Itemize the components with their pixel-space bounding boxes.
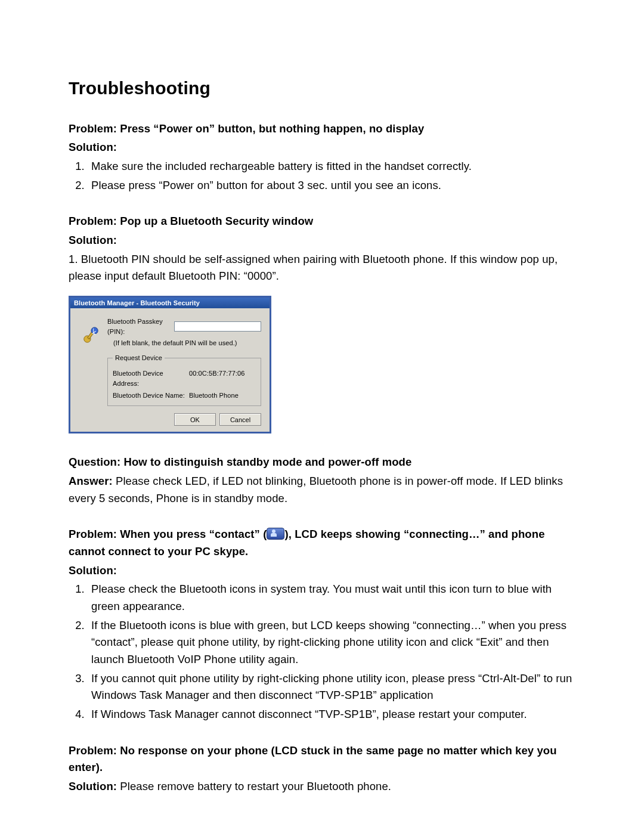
label-question: Question:: [69, 456, 120, 468]
label-problem: Problem:: [69, 528, 117, 540]
request-device-group: Request Device Bluetooth Device Address:…: [107, 353, 261, 406]
label-problem: Problem:: [69, 744, 117, 757]
solution-body: 1. Bluetooth PIN should be self-assigned…: [69, 251, 575, 285]
pin-hint: (If left blank, the default PIN will be …: [107, 338, 261, 348]
addr-value: 00:0C:5B:77:77:06: [189, 368, 244, 389]
problem-text: Pop up a Bluetooth Security window: [117, 215, 313, 227]
document-page: Troubleshooting Problem: Press “Power on…: [0, 0, 644, 833]
solution-list: Make sure the included rechargeable batt…: [69, 158, 575, 194]
answer-text: Please check LED, if LED not blinking, B…: [69, 475, 563, 504]
problem-text: Press “Power on” button, but nothing hap…: [117, 122, 424, 135]
pin-input[interactable]: [174, 321, 261, 332]
problem-power-on: Problem: Press “Power on” button, but no…: [69, 120, 575, 194]
addr-label: Bluetooth Device Address:: [113, 368, 189, 389]
list-item: Please check the Bluetooth icons in syst…: [88, 581, 575, 615]
contact-icon: [267, 528, 284, 540]
list-item: Make sure the included rechargeable batt…: [88, 158, 575, 175]
list-item: Please press “Power on” button for about…: [88, 177, 575, 194]
bluetooth-key-icon: [81, 326, 100, 345]
problem-text: No response on your phone (LCD stuck in …: [69, 744, 557, 774]
pin-label: Bluetooth Passkey (PIN):: [107, 317, 174, 337]
list-item: If the Bluetooth icons is blue with gree…: [88, 617, 575, 668]
name-label: Bluetooth Device Name:: [113, 391, 189, 401]
solution-text: Please remove battery to restart your Bl…: [117, 780, 391, 792]
list-item: If you cannot quit phone utility by righ…: [88, 670, 575, 704]
label-solution: Solution:: [69, 232, 575, 249]
label-answer: Answer:: [69, 475, 113, 487]
label-solution: Solution:: [69, 562, 575, 580]
name-value: Bluetooth Phone: [189, 391, 239, 401]
svg-point-2: [91, 327, 98, 334]
dialog-titlebar: Bluetooth Manager - Bluetooth Security: [70, 298, 270, 308]
label-problem: Problem:: [69, 215, 117, 227]
question-standby-vs-off: Question: How to distinguish standby mod…: [69, 454, 575, 507]
list-item: If Windows Task Manager cannot disconnec…: [88, 706, 575, 723]
problem-no-response: Problem: No response on your phone (LCD …: [69, 742, 575, 795]
problem-text-pre: When you press “contact” (: [117, 528, 267, 540]
ok-button[interactable]: OK: [174, 413, 216, 426]
label-problem: Problem:: [69, 122, 117, 135]
page-title: Troubleshooting: [69, 75, 575, 103]
problem-bt-security: Problem: Pop up a Bluetooth Security win…: [69, 213, 575, 433]
bluetooth-security-dialog: Bluetooth Manager - Bluetooth Security: [69, 296, 575, 433]
solution-list: Please check the Bluetooth icons in syst…: [69, 581, 575, 723]
group-legend: Request Device: [113, 353, 165, 363]
label-solution: Solution:: [69, 780, 117, 792]
question-text: How to distinguish standby mode and powe…: [120, 456, 411, 468]
label-solution: Solution:: [69, 139, 575, 156]
problem-contact-connecting: Problem: When you press “contact” (), LC…: [69, 526, 575, 723]
cancel-button[interactable]: Cancel: [219, 413, 261, 426]
